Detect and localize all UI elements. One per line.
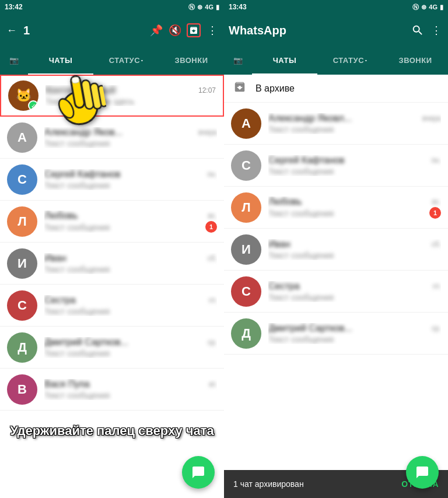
right-chat-preview-3: Текст сообщения bbox=[268, 209, 334, 218]
chat-preview-8: Текст сообщения bbox=[44, 391, 110, 400]
right-chat-content-6: Дмитрий Сартков... ср. Текст сообщения bbox=[268, 323, 441, 344]
chat-item-5[interactable]: И Иван сб. Текст сообщения bbox=[0, 243, 224, 285]
chat-name-5: Иван bbox=[44, 253, 66, 264]
right-chat-item-2[interactable]: С Сергей Кафтанов пн. Текст сообщения bbox=[224, 145, 448, 187]
instruction-text: Удерживайте палец сверху чата bbox=[0, 423, 224, 440]
avatar-5: И bbox=[7, 248, 37, 279]
chat-name-4: Любовь bbox=[44, 211, 78, 221]
right-chat-preview-2: Текст сообщения bbox=[268, 167, 334, 176]
chat-item-8[interactable]: В Вася Пупа вт. Текст сообщения bbox=[0, 369, 224, 411]
tab-left-status[interactable]: СТАТУС• bbox=[93, 47, 159, 75]
unread-badge-4: 1 bbox=[205, 221, 217, 233]
right-chat-time-3: вс. bbox=[432, 198, 441, 206]
back-button[interactable]: ← bbox=[5, 23, 19, 37]
chat-content-5: Иван сб. Текст сообщения bbox=[44, 253, 217, 274]
chat-preview-7: Текст сообщения bbox=[44, 349, 110, 358]
selected-count: 1 bbox=[23, 24, 30, 37]
avatar-8: В bbox=[7, 374, 37, 405]
camera-icon: 📷 bbox=[9, 56, 19, 65]
archive-row[interactable]: В архиве bbox=[224, 75, 448, 103]
chat-item-3[interactable]: С Сергей Кафтанов пн. Текст сообщения bbox=[0, 159, 224, 201]
chat-preview-3: Текст сообщения bbox=[44, 181, 110, 190]
chat-time-2: вчера bbox=[198, 128, 217, 136]
snackbar-text: 1 чат архивирован bbox=[233, 479, 304, 489]
right-more-icon[interactable]: ⋮ bbox=[429, 23, 443, 37]
tab-left-calls[interactable]: ЗВОНКИ bbox=[159, 47, 224, 75]
tab-right-chats[interactable]: ЧАТЫ bbox=[252, 47, 317, 75]
chat-item-2[interactable]: А Александр Яков... вчера Текст сообщени… bbox=[0, 117, 224, 159]
tab-right-status[interactable]: СТАТУС• bbox=[317, 47, 383, 75]
right-chat-content-2: Сергей Кафтанов пн. Текст сообщения bbox=[268, 155, 441, 176]
right-avatar-2: С bbox=[231, 150, 261, 181]
svg-rect-6 bbox=[72, 76, 80, 83]
left-fab-button[interactable] bbox=[182, 456, 215, 489]
right-chat-name-1: Александр Яковл... bbox=[268, 113, 352, 124]
chat-content-7: Дмитрий Сартков... ср. Текст сообщения bbox=[44, 337, 217, 358]
right-avatar-6: Д bbox=[231, 318, 261, 349]
chat-content-8: Вася Пупа вт. Текст сообщения bbox=[44, 379, 217, 400]
right-avatar-5: С bbox=[231, 276, 261, 307]
pin-icon[interactable]: 📌 bbox=[149, 23, 163, 37]
right-avatar-3: Л bbox=[231, 192, 261, 223]
right-chat-time-1: вчера bbox=[422, 114, 441, 122]
avatar-6: С bbox=[7, 290, 37, 321]
wifi-icon: ⊛ bbox=[197, 3, 202, 11]
right-chat-item-1[interactable]: А Александр Яковл... вчера Текст сообщен… bbox=[224, 103, 448, 145]
right-status-icons: Ⓝ ⊛ 4G ▮ bbox=[412, 3, 443, 12]
right-chat-name-4: Иван bbox=[268, 239, 290, 250]
chat-content-4: Любовь вс. Текст сообщения 1 bbox=[44, 211, 217, 233]
right-avatar-4: И bbox=[231, 234, 261, 265]
right-chat-preview-5: Текст сообщения bbox=[268, 293, 334, 302]
chat-item-7[interactable]: Д Дмитрий Сартков... ср. Текст сообщения bbox=[0, 327, 224, 369]
right-chat-preview-4: Текст сообщения bbox=[268, 251, 334, 260]
avatar-3: С bbox=[7, 164, 37, 195]
mute-icon[interactable]: 🔇 bbox=[168, 23, 182, 37]
tab-right-camera[interactable]: 📷 bbox=[224, 47, 252, 75]
right-chat-name-3: Любовь bbox=[268, 197, 302, 207]
archive-row-icon bbox=[233, 80, 246, 96]
tab-left-camera[interactable]: 📷 bbox=[0, 47, 28, 75]
right-fab-button[interactable] bbox=[406, 456, 439, 489]
right-nfc-icon: Ⓝ bbox=[412, 3, 419, 12]
chat-item-selected[interactable]: 🐱 ✓ Контакт Первый 12:07 Текст сообщения… bbox=[0, 75, 224, 117]
left-time: 13:42 bbox=[5, 3, 23, 11]
right-chat-time-2: пн. bbox=[432, 156, 441, 164]
right-chat-item-6[interactable]: Д Дмитрий Сартков... ср. Текст сообщения bbox=[224, 313, 448, 355]
right-chat-list: А Александр Яковл... вчера Текст сообщен… bbox=[224, 103, 448, 470]
right-signal-icon: 4G bbox=[429, 3, 438, 10]
chat-time-4: вс. bbox=[208, 212, 217, 220]
right-unread-badge-3: 1 bbox=[429, 207, 441, 219]
chat-name-3: Сергей Кафтанов bbox=[44, 169, 120, 180]
chat-name-7: Дмитрий Сартков... bbox=[44, 337, 128, 348]
more-icon[interactable]: ⋮ bbox=[205, 23, 219, 37]
right-chat-time-5: пт. bbox=[433, 282, 441, 290]
avatar-1: 🐱 ✓ bbox=[8, 80, 38, 111]
chat-time-5: сб. bbox=[208, 254, 217, 262]
chat-time-7: ср. bbox=[208, 338, 217, 346]
right-search-icon[interactable] bbox=[411, 23, 425, 37]
right-panel: 13:43 Ⓝ ⊛ 4G ▮ WhatsApp ⋮ 📷 ЧАТЫ СТАТУС•… bbox=[224, 0, 448, 498]
right-chat-name-2: Сергей Кафтанов bbox=[268, 155, 344, 166]
left-tabs: 📷 ЧАТЫ СТАТУС• ЗВОНКИ bbox=[0, 47, 224, 75]
right-chat-item-4[interactable]: И Иван сб. Текст сообщения bbox=[224, 229, 448, 271]
chat-time-1: 12:07 bbox=[198, 86, 216, 94]
right-wifi-icon: ⊛ bbox=[421, 3, 426, 11]
archive-icon[interactable] bbox=[187, 23, 201, 37]
right-chat-content-4: Иван сб. Текст сообщения bbox=[268, 239, 441, 260]
chat-time-6: пт. bbox=[209, 296, 217, 304]
right-status-bar: 13:43 Ⓝ ⊛ 4G ▮ bbox=[224, 0, 448, 14]
right-tabs: 📷 ЧАТЫ СТАТУС• ЗВОНКИ bbox=[224, 47, 448, 75]
chat-item-6[interactable]: С Сестра пт. Текст сообщения bbox=[0, 285, 224, 327]
chat-item-4[interactable]: Л Любовь вс. Текст сообщения 1 bbox=[0, 201, 224, 243]
tab-right-calls[interactable]: ЗВОНКИ bbox=[383, 47, 448, 75]
chat-preview-4: Текст сообщения bbox=[44, 223, 110, 232]
avatar-7: Д bbox=[7, 332, 37, 363]
right-chat-name-6: Дмитрий Сартков... bbox=[268, 323, 352, 334]
right-chat-item-3[interactable]: Л Любовь вс. Текст сообщения 1 bbox=[224, 187, 448, 229]
check-badge: ✓ bbox=[28, 100, 38, 111]
chat-name-8: Вася Пупа bbox=[44, 379, 90, 390]
right-chat-item-5[interactable]: С Сестра пт. Текст сообщения bbox=[224, 271, 448, 313]
instruction-overlay: Удерживайте палец сверху чата bbox=[0, 423, 224, 440]
right-chat-name-5: Сестра bbox=[268, 281, 300, 292]
right-avatar-1: А bbox=[231, 108, 261, 139]
